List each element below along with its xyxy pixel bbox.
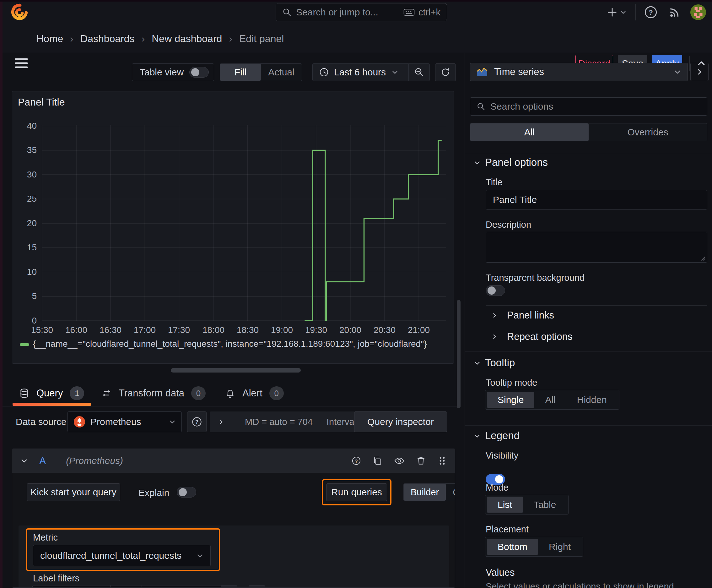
- breadcrumb-home[interactable]: Home: [37, 33, 63, 45]
- tab-alert[interactable]: Alert 0: [225, 386, 284, 400]
- menu-hamburger-icon[interactable]: [14, 56, 29, 70]
- chevron-down-icon[interactable]: [619, 7, 628, 17]
- select-value-dropdown[interactable]: Select value: [142, 585, 221, 588]
- operator-dropdown[interactable]: =: [110, 585, 142, 588]
- run-queries-button[interactable]: Run queries: [326, 483, 387, 501]
- legend-series-swatch[interactable]: [20, 343, 29, 346]
- news-rss-icon[interactable]: [667, 5, 682, 20]
- refresh-button[interactable]: [435, 63, 456, 81]
- query-ref-id[interactable]: A: [39, 455, 46, 467]
- add-icon[interactable]: [606, 6, 619, 19]
- hide-query-eye-icon[interactable]: [394, 456, 405, 466]
- datasource-help-button[interactable]: ?: [187, 412, 207, 432]
- main-scrollbar[interactable]: [457, 300, 460, 408]
- legend-mode-table[interactable]: Table: [523, 497, 567, 512]
- avatar[interactable]: [690, 4, 706, 20]
- tooltip-heading[interactable]: Tooltip: [485, 357, 515, 369]
- panel-options-heading[interactable]: Panel options: [485, 156, 548, 168]
- panel-title-input[interactable]: [486, 190, 707, 210]
- table-view-toggle[interactable]: [189, 67, 209, 78]
- legend-series-label[interactable]: {__name__="cloudflared_tunnel_total_requ…: [33, 339, 427, 349]
- query-collapse-chevron-down-icon[interactable]: [20, 457, 28, 465]
- query-help-icon[interactable]: ?: [351, 456, 361, 466]
- tooltip-mode-single[interactable]: Single: [487, 392, 534, 408]
- transparent-background-toggle[interactable]: [486, 285, 505, 296]
- explain-toggle[interactable]: [177, 487, 196, 498]
- tooltip-mode-hidden[interactable]: Hidden: [566, 392, 618, 408]
- viz-chevron-down-icon: [674, 68, 681, 76]
- query-datasource-hint: (Prometheus): [66, 456, 123, 466]
- svg-text:?: ?: [649, 8, 653, 16]
- keyboard-icon: [404, 7, 415, 17]
- select-label-dropdown[interactable]: Select label: [33, 585, 111, 588]
- actual-option[interactable]: Actual: [261, 64, 302, 81]
- breadcrumb-dashboards[interactable]: Dashboards: [80, 33, 135, 45]
- fill-option[interactable]: Fill: [220, 64, 261, 81]
- kick-start-query-button[interactable]: Kick start your query: [27, 483, 120, 501]
- options-filter-switch: All Overrides: [470, 123, 707, 141]
- grafana-logo-icon[interactable]: [10, 2, 29, 21]
- description-textarea[interactable]: [486, 232, 707, 262]
- options-search[interactable]: Search options: [470, 97, 707, 115]
- legend-heading[interactable]: Legend: [485, 430, 520, 442]
- options-pane: Time series Search options All Overrides…: [465, 53, 712, 588]
- tab-query[interactable]: Query 1: [19, 386, 84, 400]
- title-field-label: Title: [486, 177, 503, 188]
- panel-links-section[interactable]: Panel links: [491, 310, 554, 321]
- metric-select[interactable]: cloudflared_tunnel_total_requests: [33, 545, 211, 566]
- zoom-out-icon[interactable]: [409, 64, 429, 81]
- tooltip-mode-switch: Single All Hidden: [485, 390, 619, 410]
- query-row-header[interactable]: A (Prometheus) ?: [12, 449, 455, 473]
- x-tick: 19:00: [263, 325, 301, 335]
- tab-alert-badge: 0: [269, 386, 284, 400]
- tooltip-mode-all[interactable]: All: [534, 392, 566, 408]
- database-icon: [19, 388, 29, 399]
- code-option[interactable]: Code: [446, 484, 455, 501]
- legend-placement-label: Placement: [486, 524, 528, 534]
- duplicate-query-icon[interactable]: [373, 456, 383, 466]
- breadcrumb: Home › Dashboards › New dashboard › Edit…: [37, 24, 284, 53]
- repeat-options-chevron-right-icon: [491, 334, 498, 340]
- y-tick: 30: [15, 170, 37, 180]
- toggle-pane-button[interactable]: [690, 63, 709, 81]
- query-inspector-button[interactable]: Query inspector: [354, 412, 447, 432]
- tab-transform-badge: 0: [191, 386, 206, 400]
- drag-handle-icon[interactable]: [437, 456, 447, 466]
- builder-option[interactable]: Builder: [404, 484, 446, 501]
- help-circle-icon: ?: [191, 416, 202, 427]
- legend-chevron-down-icon[interactable]: [474, 433, 481, 439]
- delete-query-trash-icon[interactable]: [416, 456, 426, 466]
- datasource-chevron-down-icon: [169, 418, 176, 425]
- table-view-label: Table view: [140, 67, 184, 78]
- remove-filter-button[interactable]: ×: [221, 585, 237, 588]
- x-tick: 21:00: [400, 325, 438, 335]
- visualization-picker[interactable]: Time series: [470, 63, 688, 81]
- legend-placement-right[interactable]: Right: [538, 539, 581, 555]
- x-tick: 17:00: [126, 325, 164, 335]
- metric-chevron-down-icon: [196, 552, 203, 559]
- tooltip-chevron-down-icon[interactable]: [474, 360, 481, 366]
- query-stats-group[interactable]: MD = auto = 704 Interval = 30s: [210, 412, 357, 432]
- time-series-chart[interactable]: [12, 91, 454, 363]
- legend-values-label: Values: [486, 567, 515, 578]
- y-tick: 15: [15, 243, 37, 253]
- editor-tabs: Query 1 Transform data 0 Alert 0: [0, 381, 457, 406]
- filter-all-option[interactable]: All: [470, 123, 589, 141]
- global-search[interactable]: Search or jump to... ctrl+k: [276, 3, 447, 21]
- top-navbar: Search or jump to... ctrl+k ?: [0, 0, 712, 25]
- breadcrumb-new-dashboard[interactable]: New dashboard: [152, 33, 222, 45]
- legend-placement-bottom[interactable]: Bottom: [487, 539, 538, 555]
- panel-options-chevron-down-icon[interactable]: [474, 159, 481, 166]
- add-filter-button[interactable]: +: [249, 585, 265, 588]
- time-range-chevron-down-icon[interactable]: [391, 69, 398, 76]
- panel-resize-handle[interactable]: [171, 368, 301, 373]
- panel: Panel Title 40 35 30 25 20 15 10 5 0 15:…: [12, 91, 454, 364]
- filter-overrides-option[interactable]: Overrides: [589, 123, 707, 141]
- datasource-picker[interactable]: Prometheus: [67, 412, 182, 432]
- x-tick: 18:00: [195, 325, 232, 335]
- help-icon[interactable]: ?: [643, 5, 658, 20]
- tab-transform[interactable]: Transform data 0: [101, 386, 206, 400]
- legend-mode-list[interactable]: List: [487, 497, 523, 512]
- time-range-label[interactable]: Last 6 hours: [334, 67, 386, 78]
- repeat-options-section[interactable]: Repeat options: [491, 331, 573, 342]
